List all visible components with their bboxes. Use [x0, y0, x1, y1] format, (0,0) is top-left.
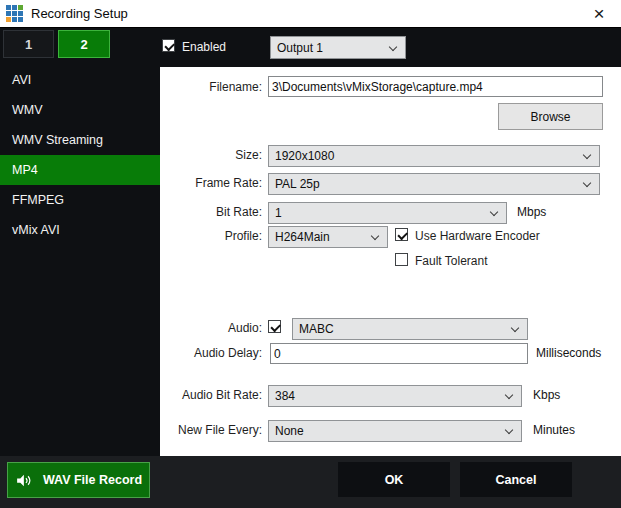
frame-rate-select[interactable]: PAL 25p [268, 173, 600, 195]
bit-rate-unit: Mbps [517, 205, 546, 219]
audio-delay-label: Audio Delay: [160, 346, 262, 360]
chevron-down-icon [490, 208, 498, 216]
sidebar-item-label: vMix AVI [12, 223, 60, 237]
audio-delay-unit: Milliseconds [536, 346, 601, 360]
profile-select[interactable]: H264Main [268, 226, 388, 248]
sidebar-item-mp4[interactable]: MP4 [0, 155, 160, 185]
format-sidebar: AVI WMV WMV Streaming MP4 FFMPEG vMix AV… [0, 65, 160, 245]
profile-label: Profile: [160, 229, 262, 243]
sidebar-item-label: FFMPEG [12, 193, 64, 207]
sidebar-item-label: WMV Streaming [12, 133, 103, 147]
use-hardware-encoder-label: Use Hardware Encoder [415, 229, 540, 243]
tab-output-2[interactable]: 2 [58, 30, 110, 58]
sidebar-item-label: WMV [12, 103, 43, 117]
chevron-down-icon [371, 232, 379, 240]
chevron-down-icon [511, 324, 519, 332]
window-title: Recording Setup [31, 6, 128, 21]
browse-button[interactable]: Browse [498, 103, 603, 130]
audio-checkbox[interactable] [268, 320, 281, 333]
frame-rate-label: Frame Rate: [160, 176, 262, 190]
audio-select-value: MABC [299, 322, 334, 336]
use-hardware-encoder-checkbox[interactable] [395, 228, 408, 241]
bit-rate-label: Bit Rate: [160, 205, 262, 219]
sidebar-item-vmix-avi[interactable]: vMix AVI [0, 215, 160, 245]
chevron-down-icon [389, 42, 397, 50]
fault-tolerant-label: Fault Tolerant [415, 254, 488, 268]
filename-label: Filename: [160, 80, 262, 94]
audio-bit-rate-select[interactable]: 384 [268, 385, 522, 407]
bit-rate-select-value: 1 [275, 206, 282, 220]
filename-input[interactable] [268, 76, 603, 97]
new-file-every-select-value: None [275, 424, 304, 438]
tab-output-1[interactable]: 1 [3, 30, 54, 58]
audio-bit-rate-unit: Kbps [533, 388, 560, 402]
new-file-every-label: New File Every: [160, 423, 262, 437]
close-icon[interactable]: × [577, 0, 621, 27]
sidebar-item-avi[interactable]: AVI [0, 65, 160, 95]
sidebar-item-wmv-streaming[interactable]: WMV Streaming [0, 125, 160, 155]
sidebar-item-wmv[interactable]: WMV [0, 95, 160, 125]
output-select-value: Output 1 [277, 41, 323, 55]
sidebar-item-label: AVI [12, 73, 31, 87]
chevron-down-icon [583, 179, 591, 187]
output-select[interactable]: Output 1 [270, 36, 406, 59]
audio-bit-rate-label: Audio Bit Rate: [160, 388, 262, 402]
chevron-down-icon [505, 426, 513, 434]
size-select[interactable]: 1920x1080 [268, 145, 600, 167]
audio-bit-rate-select-value: 384 [275, 389, 295, 403]
frame-rate-select-value: PAL 25p [275, 177, 320, 191]
speaker-icon [15, 472, 32, 489]
audio-label: Audio: [160, 321, 262, 335]
ok-button[interactable]: OK [338, 462, 450, 497]
recording-setup-dialog: Recording Setup × 1 2 Enabled Output 1 A… [0, 0, 621, 508]
size-select-value: 1920x1080 [275, 149, 334, 163]
vmix-logo-icon [6, 5, 23, 22]
chevron-down-icon [505, 391, 513, 399]
fault-tolerant-checkbox[interactable] [395, 253, 408, 266]
audio-delay-input[interactable] [270, 343, 528, 364]
new-file-every-unit: Minutes [533, 423, 575, 437]
wav-file-record-label: WAV File Record [43, 473, 142, 487]
chevron-down-icon [583, 151, 591, 159]
new-file-every-select[interactable]: None [268, 420, 522, 442]
footer-bar: WAV File Record OK Cancel [0, 456, 621, 508]
profile-select-value: H264Main [275, 230, 330, 244]
enabled-checkbox[interactable] [162, 39, 175, 52]
bit-rate-select[interactable]: 1 [268, 202, 507, 224]
sidebar-item-ffmpeg[interactable]: FFMPEG [0, 185, 160, 215]
sidebar-item-label: MP4 [12, 163, 38, 177]
wav-file-record-button[interactable]: WAV File Record [7, 462, 150, 498]
settings-panel: Filename: Browse Size: 1920x1080 Frame R… [160, 67, 621, 456]
audio-select[interactable]: MABC [292, 318, 528, 340]
enabled-label: Enabled [182, 40, 226, 54]
size-label: Size: [160, 148, 262, 162]
cancel-button[interactable]: Cancel [460, 462, 572, 497]
titlebar: Recording Setup × [0, 0, 621, 28]
